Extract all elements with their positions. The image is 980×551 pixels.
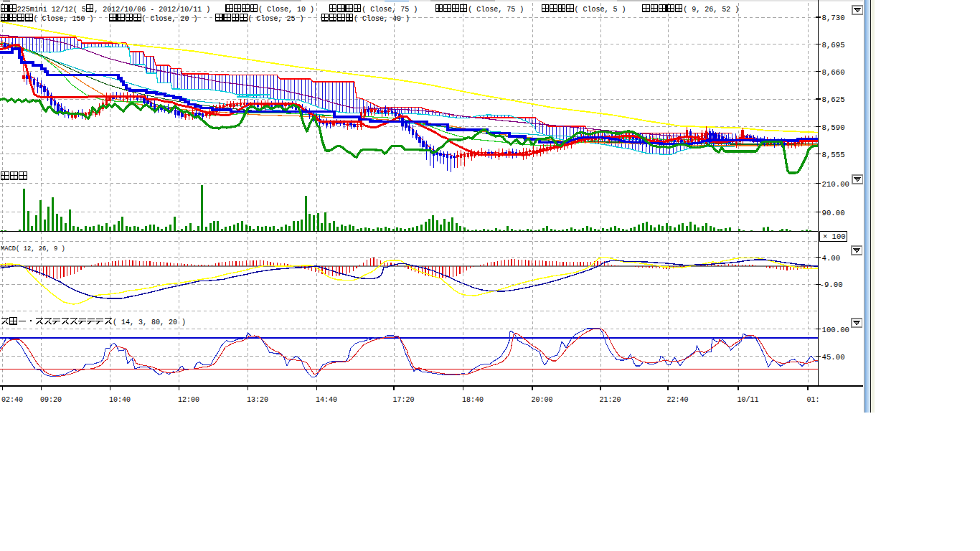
svg-text:( Close, 10 ): ( Close, 10 ) — [258, 6, 314, 14]
svg-text:100.00: 100.00 — [822, 326, 849, 334]
svg-text:45.00: 45.00 — [822, 353, 845, 362]
svg-text:20:00: 20:00 — [532, 396, 553, 404]
svg-text:× 100: × 100 — [823, 232, 846, 241]
svg-text:( Close, 20 ): ( Close, 20 ) — [142, 15, 198, 23]
svg-text:MACD( 12, 26, 9 ): MACD( 12, 26, 9 ) — [1, 245, 65, 253]
svg-text:02:40: 02:40 — [1, 396, 23, 404]
svg-text:-9.00: -9.00 — [820, 281, 843, 289]
svg-text:, 2012/10/06 - 2012/10/11 ): , 2012/10/06 - 2012/10/11 ) — [94, 6, 210, 14]
svg-text:( 9, 26, 52 ): ( 9, 26, 52 ) — [683, 6, 739, 14]
svg-text:21:20: 21:20 — [600, 396, 621, 404]
svg-text:225mini 12/12( 5: 225mini 12/12( 5 — [17, 6, 86, 14]
svg-text:( Close, 75 ): ( Close, 75 ) — [468, 6, 524, 14]
svg-text:14:40: 14:40 — [316, 396, 337, 404]
svg-text:( Close, 40 ): ( Close, 40 ) — [354, 15, 410, 23]
svg-text:8,660: 8,660 — [822, 68, 845, 77]
svg-text:( Close, 5 ): ( Close, 5 ) — [575, 6, 626, 14]
svg-text:90.00: 90.00 — [822, 209, 845, 217]
svg-text:8,555: 8,555 — [822, 151, 845, 159]
svg-text:8,625: 8,625 — [822, 95, 845, 104]
svg-text:09:20: 09:20 — [40, 396, 62, 404]
svg-text:17:20: 17:20 — [393, 396, 415, 404]
svg-text:( Close, 25 ): ( Close, 25 ) — [248, 15, 304, 23]
svg-text:4.00: 4.00 — [822, 254, 841, 263]
svg-text:22:40: 22:40 — [667, 396, 689, 404]
svg-text:12:00: 12:00 — [178, 396, 199, 404]
svg-text:( 14, 3, 80, 20 ): ( 14, 3, 80, 20 ) — [113, 319, 186, 326]
svg-text:( Close, 150 ): ( Close, 150 ) — [34, 15, 94, 23]
svg-text:210.00: 210.00 — [822, 180, 849, 189]
svg-text:( Close, 75 ): ( Close, 75 ) — [362, 6, 418, 14]
svg-text:8,730: 8,730 — [822, 14, 845, 22]
svg-text:8,695: 8,695 — [822, 41, 845, 50]
svg-text:18:40: 18:40 — [462, 396, 484, 404]
svg-text:10:40: 10:40 — [109, 396, 131, 404]
svg-text:13:20: 13:20 — [247, 396, 268, 404]
svg-text:8,590: 8,590 — [822, 123, 845, 132]
svg-text:10/11: 10/11 — [738, 396, 759, 404]
